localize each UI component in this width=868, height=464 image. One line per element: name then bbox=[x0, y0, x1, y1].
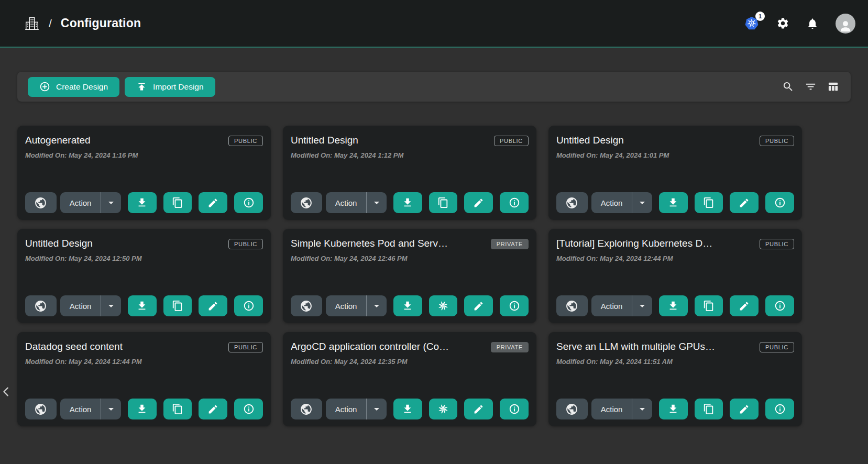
clone-button[interactable] bbox=[695, 399, 723, 419]
card-actions: Action bbox=[25, 192, 263, 213]
clone-button[interactable] bbox=[163, 399, 192, 419]
chevron-left-icon bbox=[1, 385, 12, 399]
vortex-button[interactable] bbox=[429, 399, 458, 419]
download-icon bbox=[136, 403, 148, 415]
action-button[interactable]: Action bbox=[60, 295, 101, 316]
main-content: Create Design Import Design bbox=[0, 72, 868, 426]
design-title: Serve an LLM with multiple GPUs… bbox=[556, 341, 715, 352]
action-dropdown-button[interactable] bbox=[632, 295, 652, 316]
organization-button[interactable] bbox=[24, 16, 40, 31]
design-title: Autogenerated bbox=[25, 135, 91, 146]
modified-timestamp: Modified On: May 24, 2024 1:16 PM bbox=[25, 151, 263, 159]
download-button[interactable] bbox=[659, 295, 688, 316]
visibility-globe-button[interactable] bbox=[25, 295, 57, 316]
action-button[interactable]: Action bbox=[591, 399, 632, 419]
visibility-globe-button[interactable] bbox=[291, 295, 322, 316]
edit-button[interactable] bbox=[730, 295, 759, 316]
download-button[interactable] bbox=[128, 192, 157, 213]
notifications-button[interactable] bbox=[806, 17, 819, 30]
action-button[interactable]: Action bbox=[60, 399, 101, 419]
action-dropdown-button[interactable] bbox=[632, 399, 652, 419]
clone-button[interactable] bbox=[429, 192, 458, 213]
visibility-badge: PUBLIC bbox=[228, 136, 263, 146]
breadcrumb-separator: / bbox=[49, 17, 52, 30]
visibility-globe-button[interactable] bbox=[291, 399, 322, 419]
design-title: Simple Kubernetes Pod and Serv… bbox=[291, 238, 448, 249]
info-button[interactable] bbox=[765, 399, 794, 419]
action-dropdown-button[interactable] bbox=[101, 399, 121, 419]
info-button[interactable] bbox=[500, 192, 529, 213]
visibility-badge: PUBLIC bbox=[228, 239, 263, 249]
visibility-globe-button[interactable] bbox=[25, 192, 57, 213]
download-button[interactable] bbox=[393, 192, 422, 213]
info-button[interactable] bbox=[500, 399, 529, 419]
download-button[interactable] bbox=[128, 399, 157, 419]
user-avatar[interactable] bbox=[836, 14, 855, 34]
context-count-badge: 1 bbox=[755, 12, 765, 21]
action-dropdown-button[interactable] bbox=[366, 399, 387, 419]
info-button[interactable] bbox=[765, 295, 794, 316]
visibility-globe-button[interactable] bbox=[556, 192, 588, 213]
visibility-globe-button[interactable] bbox=[25, 399, 57, 419]
edit-button[interactable] bbox=[199, 192, 227, 213]
action-button[interactable]: Action bbox=[326, 192, 367, 213]
clone-button[interactable] bbox=[163, 192, 192, 213]
import-design-button[interactable]: Import Design bbox=[125, 77, 215, 97]
edit-button[interactable] bbox=[464, 399, 493, 419]
download-button[interactable] bbox=[393, 399, 422, 419]
download-button[interactable] bbox=[128, 295, 157, 316]
edit-button[interactable] bbox=[730, 192, 759, 213]
action-dropdown-button[interactable] bbox=[101, 192, 121, 213]
design-title: Datadog seed content bbox=[25, 341, 123, 352]
modified-timestamp: Modified On: May 24, 2024 12:44 PM bbox=[25, 358, 263, 366]
visibility-badge: PUBLIC bbox=[760, 342, 794, 352]
info-button[interactable] bbox=[234, 399, 263, 419]
copy-icon bbox=[172, 403, 183, 415]
info-button[interactable] bbox=[234, 295, 263, 316]
info-button[interactable] bbox=[765, 192, 794, 213]
visibility-globe-button[interactable] bbox=[291, 192, 322, 213]
action-dropdown-button[interactable] bbox=[632, 192, 652, 213]
vortex-button[interactable] bbox=[429, 295, 458, 316]
edit-button[interactable] bbox=[199, 399, 227, 419]
edit-button[interactable] bbox=[199, 295, 227, 316]
pencil-icon bbox=[739, 404, 750, 415]
search-button[interactable] bbox=[782, 81, 794, 93]
edit-button[interactable] bbox=[464, 192, 493, 213]
action-button[interactable]: Action bbox=[591, 192, 632, 213]
edit-button[interactable] bbox=[464, 295, 493, 316]
table-view-button[interactable] bbox=[827, 81, 839, 93]
info-button[interactable] bbox=[500, 295, 529, 316]
action-dropdown-button[interactable] bbox=[101, 295, 121, 316]
copy-icon bbox=[172, 197, 183, 208]
download-button[interactable] bbox=[659, 399, 688, 419]
action-button[interactable]: Action bbox=[326, 399, 367, 419]
clone-button[interactable] bbox=[695, 192, 723, 213]
settings-button[interactable] bbox=[776, 17, 789, 30]
info-button[interactable] bbox=[234, 192, 263, 213]
action-split-button: Action bbox=[60, 192, 121, 213]
pencil-icon bbox=[739, 301, 750, 312]
clone-button[interactable] bbox=[163, 295, 192, 316]
download-button[interactable] bbox=[393, 295, 422, 316]
action-button[interactable]: Action bbox=[60, 192, 101, 213]
action-button[interactable]: Action bbox=[326, 295, 367, 316]
create-design-button[interactable]: Create Design bbox=[28, 77, 119, 97]
globe-icon bbox=[300, 196, 313, 209]
toolbar-view-controls bbox=[782, 81, 839, 93]
visibility-globe-button[interactable] bbox=[556, 295, 588, 316]
action-dropdown-button[interactable] bbox=[366, 295, 387, 316]
action-dropdown-button[interactable] bbox=[366, 192, 387, 213]
visibility-globe-button[interactable] bbox=[556, 399, 588, 419]
pencil-icon bbox=[207, 404, 218, 415]
clone-button[interactable] bbox=[695, 295, 723, 316]
action-button[interactable]: Action bbox=[591, 295, 632, 316]
kubernetes-context-button[interactable]: 1 bbox=[744, 16, 760, 31]
copy-icon bbox=[172, 300, 183, 312]
download-button[interactable] bbox=[659, 192, 688, 213]
filter-button[interactable] bbox=[805, 81, 817, 93]
sidebar-collapse-button[interactable] bbox=[1, 385, 12, 399]
design-card: [Tutorial] Exploring Kubernetes D… PUBLI… bbox=[548, 229, 802, 323]
edit-button[interactable] bbox=[730, 399, 759, 419]
modified-timestamp: Modified On: May 24, 2024 12:44 PM bbox=[556, 255, 794, 262]
